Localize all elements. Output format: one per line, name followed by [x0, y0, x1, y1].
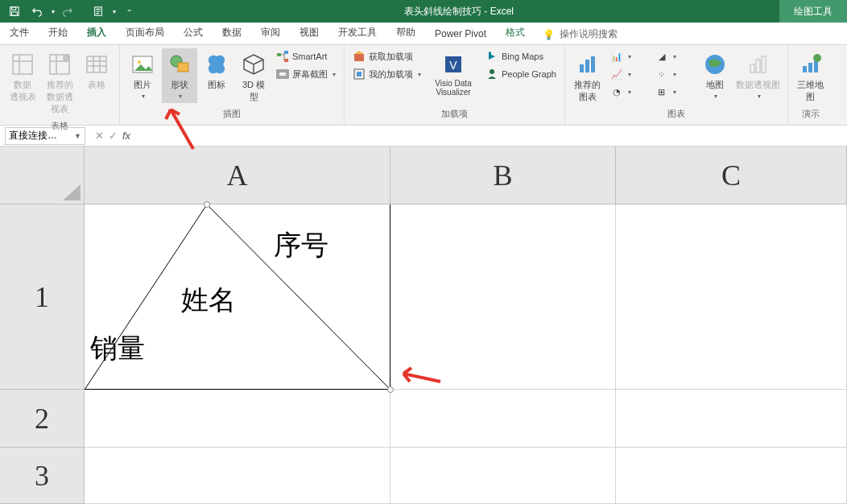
tab-view[interactable]: 视图 [290, 21, 328, 44]
addins-icon [353, 68, 366, 81]
store-icon [353, 50, 366, 63]
chart-type-scatter[interactable]: ⁘▾ [652, 66, 696, 82]
select-all-corner[interactable] [0, 147, 85, 204]
cancel-icon[interactable]: ✕ [95, 130, 104, 142]
bulb-icon: 💡 [543, 29, 555, 40]
tab-home[interactable]: 开始 [39, 21, 77, 44]
tab-dev[interactable]: 开发工具 [328, 21, 386, 44]
fx-icon[interactable]: fx [122, 130, 130, 142]
col-header-b[interactable]: B [390, 147, 616, 204]
chart-type-stock[interactable]: ⊞▾ [652, 84, 696, 100]
3d-map-button[interactable]: 三维地 图 [793, 48, 828, 106]
tab-formula[interactable]: 公式 [174, 21, 213, 44]
formula-input[interactable] [138, 127, 847, 145]
get-addins-button[interactable]: 获取加载项 [349, 48, 424, 64]
visio-icon: V [440, 52, 466, 77]
icons-icon [204, 52, 229, 77]
tell-me-search[interactable]: 💡 操作说明搜索 [535, 24, 626, 44]
row-header-3[interactable]: 3 [0, 448, 85, 504]
tab-insert[interactable]: 插入 [77, 21, 116, 44]
redo-icon[interactable] [58, 2, 77, 20]
map-icon [702, 52, 728, 77]
svg-rect-25 [591, 56, 595, 72]
chevron-down-icon: ▼ [74, 132, 81, 140]
picture-button[interactable]: 图片 ▾ [125, 48, 160, 103]
name-box[interactable]: 直接连接… ▼ [5, 127, 85, 145]
smartart-button[interactable]: SmartArt [273, 48, 339, 64]
pivot-chart-button[interactable]: 数据透视图 ▾ [734, 48, 783, 103]
chart-type-pie[interactable]: ◔▾ [607, 84, 651, 100]
tab-format[interactable]: 格式 [496, 21, 535, 44]
annotation-arrow-shapes [161, 105, 201, 153]
cell-c1[interactable] [616, 204, 847, 390]
col-header-c[interactable]: C [616, 147, 847, 204]
visio-button[interactable]: V Visio Data Visualizer [426, 48, 481, 100]
people-graph-button[interactable]: People Graph [482, 66, 560, 82]
svg-rect-14 [284, 59, 288, 62]
formula-bar: 直接连接… ▼ ✕ ✓ fx [0, 126, 847, 147]
undo-icon[interactable] [27, 2, 47, 20]
ribbon: 数据 透视表 推荐的 数据透视表 表格 表格 图片 ▾ 形状 ▾ [0, 45, 847, 126]
table-button[interactable]: 表格 [79, 48, 114, 94]
cell-c2[interactable] [616, 390, 847, 448]
bing-maps-button[interactable]: Bing Maps [482, 48, 560, 64]
shape-handle-start[interactable] [204, 201, 210, 208]
cell-a1-text-topright: 序号 [274, 227, 328, 264]
row-header-2[interactable]: 2 [0, 390, 85, 448]
group-label-illustrations: 插图 [125, 106, 339, 122]
col-header-a[interactable]: A [85, 147, 390, 204]
shapes-button[interactable]: 形状 ▾ [162, 48, 197, 103]
scatter-chart-icon: ⁘ [655, 68, 668, 81]
tab-review[interactable]: 审阅 [251, 21, 290, 44]
pie-chart-icon: ◔ [610, 85, 623, 98]
worksheet-grid[interactable]: A B C 1 2 3 序号 姓名 销量 [0, 147, 847, 504]
chart-type-line[interactable]: 📈▾ [607, 66, 651, 82]
tab-layout[interactable]: 页面布局 [116, 21, 174, 44]
chart-icon [575, 52, 601, 77]
pivot-table-button[interactable]: 数据 透视表 [5, 48, 40, 106]
globe-icon [798, 52, 824, 77]
svg-rect-30 [803, 66, 807, 72]
maps-button[interactable]: 地图 ▾ [697, 48, 733, 103]
picture-icon [130, 52, 155, 77]
smartart-icon [276, 50, 289, 63]
screenshot-button[interactable]: 屏幕截图 ▾ [273, 66, 339, 82]
svg-rect-29 [762, 56, 766, 72]
confirm-icon[interactable]: ✓ [109, 130, 118, 142]
cell-b2[interactable] [390, 390, 616, 448]
3d-model-button[interactable]: 3D 模 型 [236, 48, 271, 106]
cell-c3[interactable] [616, 448, 847, 504]
cell-b1[interactable] [390, 204, 616, 390]
chart-type-bar[interactable]: 📊▾ [607, 48, 651, 64]
recommended-charts-button[interactable]: 推荐的 图表 [570, 48, 605, 106]
save-icon[interactable] [5, 2, 24, 20]
cell-a3[interactable] [85, 448, 390, 504]
tab-powerpivot[interactable]: Power Pivot [425, 23, 496, 44]
window-title: 表头斜线绘制技巧 - Excel [138, 5, 779, 19]
tab-file[interactable]: 文件 [0, 21, 39, 44]
recommended-pivot-button[interactable]: 推荐的 数据透视表 [42, 48, 77, 118]
svg-rect-16 [279, 72, 287, 76]
cell-a2[interactable] [85, 390, 390, 448]
svg-rect-19 [357, 72, 362, 76]
qat-customize-icon[interactable]: ⁼ [119, 2, 138, 20]
chart-type-area[interactable]: ◢▾ [652, 48, 696, 64]
svg-rect-31 [808, 63, 812, 72]
svg-rect-12 [277, 53, 281, 56]
ribbon-tabs: 文件 开始 插入 页面布局 公式 数据 审阅 视图 开发工具 帮助 Power … [0, 23, 847, 45]
tab-data[interactable]: 数据 [213, 21, 251, 44]
shape-handle-end[interactable] [387, 386, 394, 393]
icons-button[interactable]: 图标 [199, 48, 234, 94]
row-header-1[interactable]: 1 [0, 204, 85, 390]
cell-b3[interactable] [390, 448, 616, 504]
svg-point-33 [813, 54, 821, 62]
svg-rect-13 [284, 51, 288, 54]
svg-rect-23 [580, 64, 584, 72]
bing-icon [485, 50, 498, 63]
tab-help[interactable]: 帮助 [386, 21, 425, 44]
stock-chart-icon: ⊞ [655, 85, 668, 98]
pivot-chart-icon [746, 52, 771, 77]
quick-print-icon[interactable] [89, 2, 108, 20]
chevron-down-icon: ▾ [714, 93, 717, 100]
my-addins-button[interactable]: 我的加载项 ▾ [349, 66, 424, 82]
